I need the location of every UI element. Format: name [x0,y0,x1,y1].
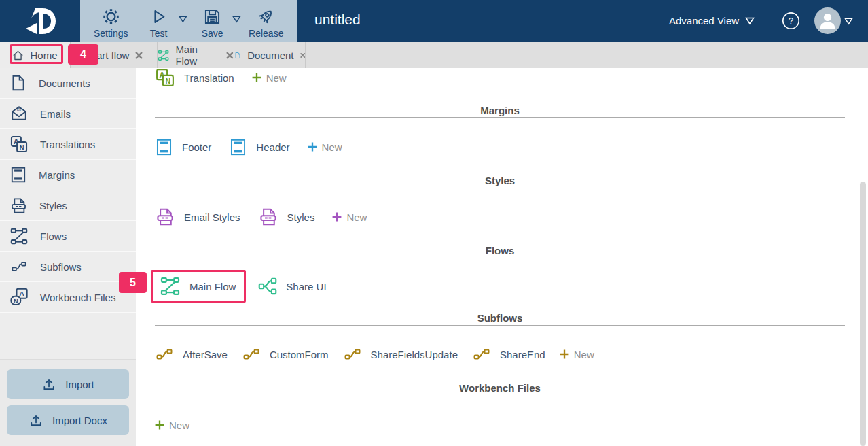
content-item-email-styles[interactable]: Email Styles [155,207,240,227]
tab-home-label: Home [30,50,57,61]
sidebar: Documents @ Emails A N Trans [0,68,136,446]
user-menu-caret-icon[interactable] [844,17,853,25]
gear-icon [102,7,120,26]
section-divider [155,117,845,118]
release-button[interactable]: Release [242,0,290,39]
upload-icon [41,377,57,392]
subflow-icon [155,346,174,362]
document-title: untitled [314,12,361,28]
import-docx-button[interactable]: Import Docx [7,405,129,435]
document-icon [234,50,241,61]
tab-document[interactable]: Document [234,42,306,68]
plus-icon [252,73,261,82]
sidebar-item-flows[interactable]: Flows [0,221,136,252]
sidebar-item-styles[interactable]: Styles [0,190,136,221]
workbench-section-row: New [155,416,189,434]
workbench-icon: A N [10,288,29,307]
tab-main-flow[interactable]: Main Flow [158,42,234,68]
save-button[interactable]: Save [188,0,236,39]
content-item-aftersave[interactable]: AfterSave [155,346,228,362]
plus-icon [308,142,317,152]
sidebar-item-label: Documents [39,78,90,89]
close-icon[interactable] [300,52,305,59]
new-button-label: New [322,141,342,153]
content-item-main-flow[interactable]: Main Flow [160,276,236,296]
plus-icon [560,349,569,359]
content-item-label: ShareEnd [500,349,545,360]
sidebar-item-margins[interactable]: Margins [0,160,136,190]
content-item-sharefieldsupdate[interactable]: ShareFieldsUpdate [343,346,458,362]
import-docx-button-label: Import Docx [52,415,107,426]
avatar[interactable] [814,7,841,34]
rocket-icon [257,7,275,26]
flows-section-row: Main Flow Share UI [151,273,327,300]
sidebar-item-workbench-files[interactable]: A N Workbench Files [0,282,136,313]
new-style-button[interactable]: New [332,211,367,223]
help-icon[interactable]: ? [782,12,800,30]
advanced-view-dropdown[interactable]: Advanced View [669,15,755,27]
top-bar: Settings Test Save [0,0,868,42]
svg-text:@: @ [16,106,22,112]
section-title-styles: Styles [155,175,845,186]
save-dropdown-caret-icon[interactable] [232,15,241,23]
release-label: Release [249,28,283,39]
sidebar-item-emails[interactable]: @ Emails [0,99,136,129]
section-title-subflows: Subflows [155,312,845,324]
new-margin-button[interactable]: New [308,141,342,153]
content-item-shareend[interactable]: ShareEnd [472,346,545,362]
translations-section-row: A N Translation New [155,67,287,88]
sidebar-item-subflows[interactable]: Subflows [0,252,136,282]
settings-button[interactable]: Settings [87,0,134,39]
styles-icon [155,207,175,227]
app-logo-icon [16,5,65,37]
sidebar-item-label: Margins [39,169,75,181]
content-item-header[interactable]: Header [229,137,289,158]
subflow-icon [343,346,362,362]
plus-icon [332,212,342,222]
section-title-margins: Margins [155,105,845,116]
close-icon[interactable] [226,52,234,59]
styles-icon [258,207,278,227]
close-icon[interactable] [135,52,143,59]
sidebar-item-label: Translations [40,139,95,150]
app-window: Settings Test Save [0,0,868,446]
tab-bar: Home art flow Main Flow [0,42,868,68]
subflows-section-row: AfterSave CustomForm ShareFieldsUpdate [155,345,594,364]
content-item-label: ShareFieldsUpdate [371,349,458,360]
vertical-scrollbar[interactable] [860,182,866,446]
annotation-badge-5: 5 [119,272,147,293]
sidebar-item-documents[interactable]: Documents [0,68,136,99]
upload-icon [29,413,44,428]
content-item-footer[interactable]: Footer [155,137,211,158]
test-dropdown-caret-icon[interactable] [179,15,187,23]
svg-text:?: ? [789,16,794,26]
share-icon [258,276,277,296]
content-item-label: Email Styles [184,211,240,223]
content-item-translation[interactable]: A N Translation [155,67,234,88]
new-translation-button[interactable]: New [252,72,287,84]
content-item-label: Header [256,141,289,153]
svg-text:N: N [166,78,170,85]
styles-icon [10,196,28,215]
margins-icon [155,137,173,158]
new-workbench-file-button[interactable]: New [155,419,189,431]
import-button-label: Import [65,379,94,390]
content-item-label: CustomForm [270,349,329,360]
content-item-share-ui[interactable]: Share UI [258,276,326,296]
advanced-view-label: Advanced View [669,15,739,27]
new-button-label: New [266,72,287,84]
sidebar-item-translations[interactable]: A N Translations [0,129,136,160]
home-icon [12,50,24,61]
play-icon [149,7,168,26]
tab-home[interactable]: Home [0,42,71,68]
new-subflow-button[interactable]: New [560,349,594,360]
section-divider [155,258,845,258]
svg-text:A: A [20,290,24,297]
import-button[interactable]: Import [7,369,129,399]
section-divider [155,396,845,396]
sidebar-footer: Import Import Docx [0,359,136,446]
test-button[interactable]: Test [134,0,182,39]
flow-icon [10,227,29,245]
content-item-styles[interactable]: Styles [258,207,315,227]
content-item-customform[interactable]: CustomForm [242,346,329,362]
